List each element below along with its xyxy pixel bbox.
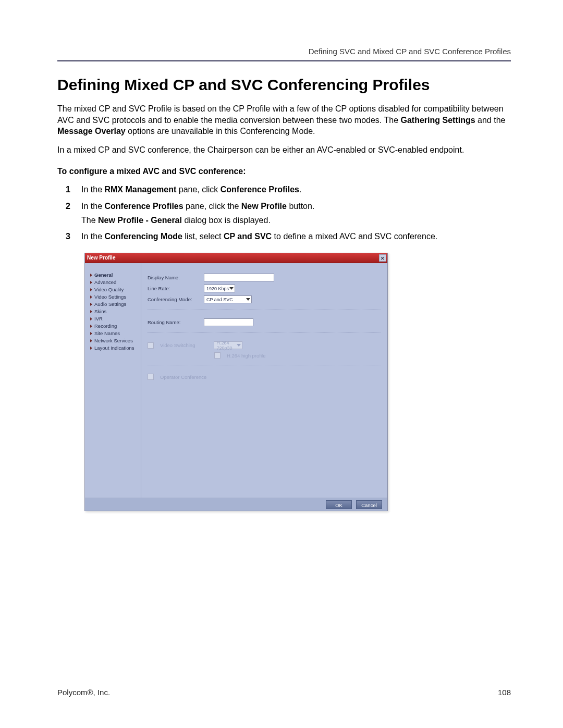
- h264-high-checkbox: [214, 352, 221, 359]
- display-name-input[interactable]: [204, 274, 274, 281]
- dialog-title: New Profile: [87, 255, 115, 261]
- nav-ivr[interactable]: IVR: [90, 316, 139, 322]
- section-title: Defining Mixed CP and SVC Conferencing P…: [57, 76, 511, 94]
- procedure-steps: In the RMX Management pane, click Confer…: [57, 183, 511, 242]
- s3-mid: list, select: [182, 232, 224, 241]
- footer-page-number: 108: [498, 688, 511, 697]
- chevron-right-icon: [90, 303, 92, 306]
- nav-network-services-label: Network Services: [94, 338, 133, 343]
- s3-b1: Conferencing Mode: [104, 232, 182, 241]
- conferencing-mode-select[interactable]: CP and SVC: [204, 295, 252, 303]
- line-rate-select[interactable]: 1920 Kbps: [204, 285, 235, 292]
- nav-video-settings[interactable]: Video Settings: [90, 294, 139, 300]
- header-rule: [57, 60, 511, 61]
- s1-b1: RMX Management: [104, 185, 176, 194]
- s2-a: In the: [81, 202, 104, 211]
- ok-button[interactable]: OK: [326, 500, 352, 509]
- chevron-right-icon: [90, 339, 92, 342]
- display-name-label: Display Name:: [148, 275, 200, 280]
- step-3: In the Conferencing Mode list, select CP…: [57, 230, 511, 242]
- video-switching-value: H.264 720p30: [216, 340, 237, 351]
- nav-video-quality[interactable]: Video Quality: [90, 287, 139, 292]
- nav-ivr-label: IVR: [94, 316, 103, 322]
- procedure-subhead: To configure a mixed AVC and SVC confere…: [57, 167, 511, 176]
- s2-end: button.: [287, 202, 314, 211]
- nav-recording-label: Recording: [94, 323, 117, 329]
- dialog-titlebar: New Profile ✕: [85, 253, 387, 263]
- chevron-right-icon: [90, 274, 92, 277]
- page-footer: Polycom®, Inc. 108: [57, 688, 511, 697]
- chevron-down-icon: [237, 344, 241, 347]
- s2s-end: dialog box is displayed.: [182, 216, 271, 225]
- intro-paragraph-1: The mixed CP and SVC Profile is based on…: [57, 103, 511, 137]
- p1-text-mid: and the: [475, 116, 506, 125]
- nav-advanced-label: Advanced: [94, 279, 116, 285]
- nav-audio-settings[interactable]: Audio Settings: [90, 301, 139, 307]
- dialog-side-nav: General Advanced Video Quality Video Set…: [85, 263, 141, 498]
- operator-conference-checkbox: [148, 374, 154, 380]
- chevron-down-icon: [246, 298, 250, 301]
- nav-site-names[interactable]: Site Names: [90, 330, 139, 336]
- chevron-right-icon: [90, 332, 92, 335]
- chevron-right-icon: [90, 325, 92, 328]
- nav-layout-indications[interactable]: Layout Indications: [90, 345, 139, 351]
- conferencing-mode-value: CP and SVC: [206, 297, 233, 302]
- s1-b2: Conference Profiles: [221, 185, 299, 194]
- close-icon[interactable]: ✕: [379, 254, 386, 262]
- chevron-right-icon: [90, 288, 92, 291]
- video-switching-select: H.264 720p30: [214, 341, 242, 349]
- step-2-sub: The New Profile - General dialog box is …: [81, 214, 511, 226]
- s3-b2: CP and SVC: [224, 232, 272, 241]
- nav-general-label: General: [94, 272, 113, 278]
- p1-bold-2: Message Overlay: [57, 127, 126, 135]
- s1-mid: pane, click: [176, 185, 220, 194]
- step-2: In the Conference Profiles pane, click t…: [57, 200, 511, 226]
- chevron-right-icon: [90, 281, 92, 284]
- nav-skins-label: Skins: [94, 309, 106, 314]
- h264-high-label: H.264 high profile: [227, 353, 265, 359]
- nav-audio-settings-label: Audio Settings: [94, 301, 126, 307]
- s3-a: In the: [81, 232, 104, 241]
- s2-b2: New Profile: [241, 202, 287, 211]
- nav-site-names-label: Site Names: [94, 330, 120, 336]
- running-head: Defining SVC and Mixed CP and SVC Confer…: [57, 47, 511, 56]
- s2s-b: New Profile - General: [98, 216, 182, 225]
- nav-general[interactable]: General: [90, 272, 139, 278]
- routing-name-label: Routing Name:: [148, 319, 200, 325]
- conferencing-mode-label: Conferencing Mode:: [148, 297, 200, 302]
- footer-company: Polycom®, Inc.: [57, 688, 110, 697]
- nav-video-quality-label: Video Quality: [94, 287, 124, 292]
- video-switching-checkbox: [148, 342, 154, 349]
- nav-recording[interactable]: Recording: [90, 323, 139, 329]
- step-1: In the RMX Management pane, click Confer…: [57, 183, 511, 195]
- s1-a: In the: [81, 185, 104, 194]
- chevron-right-icon: [90, 310, 92, 313]
- s2-mid: pane, click the: [183, 202, 241, 211]
- s3-end: to define a mixed AVC and SVC conference…: [272, 232, 437, 241]
- dialog-main: Display Name: Line Rate: 1920 Kbps Confe…: [141, 263, 387, 498]
- nav-skins[interactable]: Skins: [90, 309, 139, 314]
- line-rate-label: Line Rate:: [148, 286, 200, 291]
- p1-text-c: options are unavailable in this Conferen…: [126, 127, 315, 135]
- nav-layout-indications-label: Layout Indications: [94, 345, 134, 351]
- video-switching-label: Video Switching: [160, 342, 195, 348]
- chevron-down-icon: [229, 287, 234, 290]
- s1-end: .: [299, 185, 301, 194]
- nav-video-settings-label: Video Settings: [94, 294, 126, 300]
- nav-advanced[interactable]: Advanced: [90, 279, 139, 285]
- chevron-right-icon: [90, 347, 92, 350]
- nav-network-services[interactable]: Network Services: [90, 338, 139, 343]
- dialog-footer: OK Cancel: [85, 498, 387, 511]
- s2s-a: The: [81, 216, 98, 225]
- intro-paragraph-2: In a mixed CP and SVC conference, the Ch…: [57, 144, 511, 156]
- line-rate-value: 1920 Kbps: [206, 286, 229, 291]
- new-profile-dialog: New Profile ✕ General Advanced Video Qua…: [84, 253, 388, 511]
- chevron-right-icon: [90, 317, 92, 320]
- p1-bold-1: Gathering Settings: [400, 116, 475, 125]
- chevron-right-icon: [90, 295, 92, 299]
- operator-conference-label: Operator Conference: [160, 374, 206, 380]
- s2-b1: Conference Profiles: [104, 202, 183, 211]
- routing-name-input[interactable]: [204, 318, 253, 326]
- cancel-button[interactable]: Cancel: [356, 500, 382, 509]
